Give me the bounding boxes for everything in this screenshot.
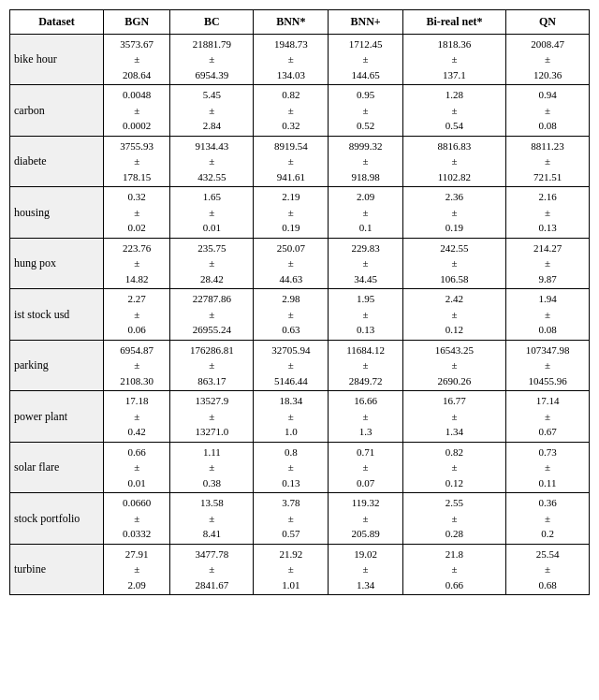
table-row: turbine27.91±2.093477.78±2841.6721.92±1.…	[10, 544, 590, 595]
data-cell: 3.78±0.57	[254, 493, 329, 545]
data-cell: 16.66±1.3	[329, 391, 402, 443]
data-cell: 0.95±0.52	[329, 85, 402, 137]
column-header-bnn: BNN*	[254, 10, 329, 35]
column-header-qn: QN	[506, 10, 590, 35]
data-cell: 0.73±0.11	[506, 442, 590, 493]
dataset-label: ist stock usd	[10, 289, 104, 341]
data-cell: 0.0660±0.0332	[104, 493, 170, 545]
dataset-label: stock portfolio	[10, 493, 104, 545]
data-cell: 214.27±9.87	[506, 238, 590, 289]
results-table: DatasetBGNBCBNN*BNN+Bi-real net*QN bike …	[9, 9, 590, 595]
data-cell: 21881.79±6954.39	[170, 34, 254, 85]
data-cell: 3477.78±2841.67	[170, 544, 254, 595]
data-cell: 2.36±0.19	[402, 187, 505, 239]
table-row: diabete3755.93±178.159134.43±432.558919.…	[10, 136, 590, 187]
data-cell: 3573.67±208.64	[104, 34, 170, 85]
dataset-label: solar flare	[10, 442, 104, 493]
data-cell: 17.14±0.67	[506, 391, 590, 443]
dataset-label: bike hour	[10, 34, 104, 85]
data-cell: 0.94±0.08	[506, 85, 590, 137]
data-cell: 22787.86±26955.24	[170, 289, 254, 341]
data-cell: 1.65±0.01	[170, 187, 254, 239]
column-header-bc: BC	[170, 10, 254, 35]
data-cell: 21.8±0.66	[402, 544, 505, 595]
data-cell: 17.18±0.42	[104, 391, 170, 443]
data-cell: 27.91±2.09	[104, 544, 170, 595]
column-header-dataset: Dataset	[10, 10, 104, 35]
table-row: hung pox223.76±14.82235.75±28.42250.07±4…	[10, 238, 590, 289]
column-header-bi-real-net: Bi-real net*	[402, 10, 505, 35]
data-cell: 2.98±0.63	[254, 289, 329, 341]
data-cell: 1.11±0.38	[170, 442, 254, 493]
data-cell: 8919.54±941.61	[254, 136, 329, 187]
data-cell: 235.75±28.42	[170, 238, 254, 289]
data-cell: 2.19±0.19	[254, 187, 329, 239]
dataset-label: diabete	[10, 136, 104, 187]
data-cell: 9134.43±432.55	[170, 136, 254, 187]
data-cell: 0.82±0.12	[402, 442, 505, 493]
data-cell: 2.55±0.28	[402, 493, 505, 545]
data-cell: 0.32±0.02	[104, 187, 170, 239]
data-cell: 18.34±1.0	[254, 391, 329, 443]
data-cell: 11684.12±2849.72	[329, 340, 402, 391]
data-cell: 6954.87±2108.30	[104, 340, 170, 391]
data-cell: 250.07±44.63	[254, 238, 329, 289]
data-cell: 32705.94±5146.44	[254, 340, 329, 391]
data-cell: 16543.25±2690.26	[402, 340, 505, 391]
data-cell: 2.27±0.06	[104, 289, 170, 341]
data-cell: 0.82±0.32	[254, 85, 329, 137]
column-header-bnn: BNN+	[329, 10, 402, 35]
data-cell: 16.77±1.34	[402, 391, 505, 443]
data-cell: 8811.23±721.51	[506, 136, 590, 187]
dataset-label: hung pox	[10, 238, 104, 289]
data-cell: 176286.81±863.17	[170, 340, 254, 391]
data-cell: 3755.93±178.15	[104, 136, 170, 187]
table-row: carbon0.0048±0.00025.45±2.840.82±0.320.9…	[10, 85, 590, 137]
table-row: parking6954.87±2108.30176286.81±863.1732…	[10, 340, 590, 391]
data-cell: 25.54±0.68	[506, 544, 590, 595]
data-cell: 242.55±106.58	[402, 238, 505, 289]
table-row: stock portfolio0.0660±0.033213.58±8.413.…	[10, 493, 590, 545]
dataset-label: housing	[10, 187, 104, 239]
data-cell: 0.71±0.07	[329, 442, 402, 493]
table-row: bike hour3573.67±208.6421881.79±6954.391…	[10, 34, 590, 85]
data-cell: 5.45±2.84	[170, 85, 254, 137]
table-row: ist stock usd2.27±0.0622787.86±26955.242…	[10, 289, 590, 341]
table-row: solar flare0.66±0.011.11±0.380.8±0.130.7…	[10, 442, 590, 493]
table-row: power plant17.18±0.4213527.9±13271.018.3…	[10, 391, 590, 443]
data-cell: 19.02±1.34	[329, 544, 402, 595]
data-cell: 21.92±1.01	[254, 544, 329, 595]
data-cell: 1948.73±134.03	[254, 34, 329, 85]
dataset-label: carbon	[10, 85, 104, 137]
data-cell: 2.16±0.13	[506, 187, 590, 239]
data-cell: 119.32±205.89	[329, 493, 402, 545]
data-cell: 13.58±8.41	[170, 493, 254, 545]
data-cell: 8999.32±918.98	[329, 136, 402, 187]
table-row: housing0.32±0.021.65±0.012.19±0.192.09±0…	[10, 187, 590, 239]
data-cell: 0.0048±0.0002	[104, 85, 170, 137]
data-cell: 1.94±0.08	[506, 289, 590, 341]
data-cell: 0.66±0.01	[104, 442, 170, 493]
data-cell: 2.09±0.1	[329, 187, 402, 239]
data-cell: 0.36±0.2	[506, 493, 590, 545]
data-cell: 2.42±0.12	[402, 289, 505, 341]
dataset-label: power plant	[10, 391, 104, 443]
data-cell: 107347.98±10455.96	[506, 340, 590, 391]
dataset-label: turbine	[10, 544, 104, 595]
data-cell: 13527.9±13271.0	[170, 391, 254, 443]
column-header-bgn: BGN	[104, 10, 170, 35]
dataset-label: parking	[10, 340, 104, 391]
data-cell: 229.83±34.45	[329, 238, 402, 289]
data-cell: 1.28±0.54	[402, 85, 505, 137]
data-cell: 0.8±0.13	[254, 442, 329, 493]
data-cell: 1818.36±137.1	[402, 34, 505, 85]
data-cell: 1.95±0.13	[329, 289, 402, 341]
data-cell: 2008.47±120.36	[506, 34, 590, 85]
data-cell: 1712.45±144.65	[329, 34, 402, 85]
data-cell: 223.76±14.82	[104, 238, 170, 289]
data-cell: 8816.83±1102.82	[402, 136, 505, 187]
